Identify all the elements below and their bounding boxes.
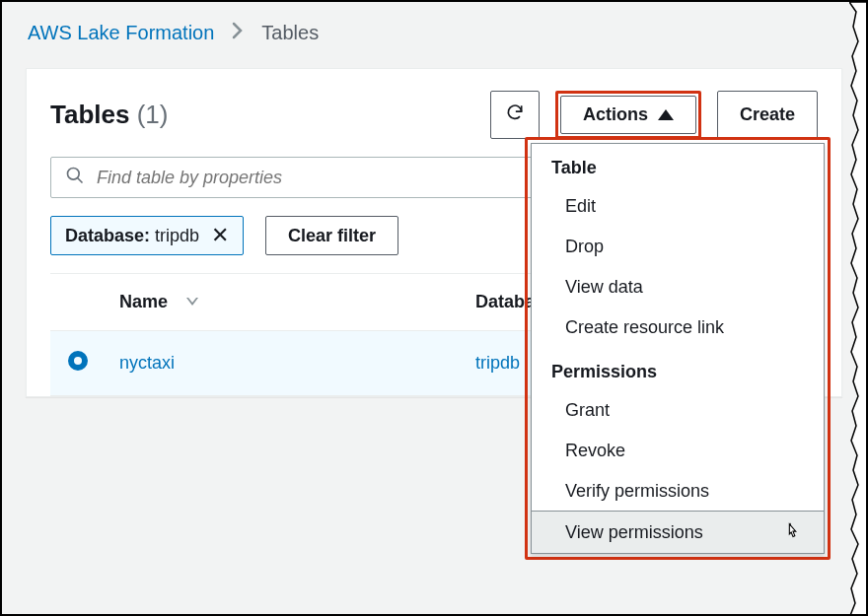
actions-menu-highlight: Table Edit Drop View data Create resourc… (525, 137, 831, 560)
menu-item-edit[interactable]: Edit (532, 186, 824, 227)
svg-line-1 (78, 178, 83, 183)
close-icon[interactable]: ✕ (211, 225, 229, 246)
menu-item-revoke[interactable]: Revoke (532, 431, 824, 471)
search-icon (65, 166, 97, 189)
filter-chip-database[interactable]: Database: tripdb ✕ (50, 216, 244, 255)
refresh-button[interactable] (490, 91, 540, 139)
create-button[interactable]: Create (717, 91, 818, 139)
svg-point-0 (68, 169, 80, 180)
actions-menu: Table Edit Drop View data Create resourc… (531, 143, 825, 554)
chevron-right-icon (232, 22, 244, 44)
menu-item-view-permissions[interactable]: View permissions (531, 511, 825, 554)
menu-item-drop[interactable]: Drop (532, 227, 824, 267)
menu-item-create-resource-link[interactable]: Create resource link (532, 308, 824, 348)
menu-item-verify-permissions[interactable]: Verify permissions (532, 471, 824, 512)
menu-section-permissions: Permissions (532, 348, 824, 390)
breadcrumb-current: Tables (261, 22, 319, 44)
sort-icon (186, 292, 198, 311)
caret-up-icon (658, 109, 674, 120)
clear-filter-button[interactable]: Clear filter (265, 216, 398, 255)
panel-title: Tables (1) (50, 100, 168, 130)
table-name-link[interactable]: nyctaxi (119, 353, 175, 373)
cursor-pointer-icon (782, 521, 804, 543)
column-header-name[interactable]: Name (106, 274, 462, 331)
database-link[interactable]: tripdb (475, 353, 520, 373)
radio-selected-icon[interactable] (68, 351, 88, 371)
menu-item-view-data[interactable]: View data (532, 267, 824, 308)
menu-section-table: Table (532, 144, 824, 186)
breadcrumb-root-link[interactable]: AWS Lake Formation (28, 22, 214, 44)
actions-button[interactable]: Actions (560, 96, 696, 134)
actions-highlight: Actions (555, 91, 701, 139)
refresh-icon (505, 103, 525, 127)
breadcrumbs: AWS Lake Formation Tables (2, 2, 866, 58)
torn-edge-decoration (849, 2, 867, 614)
menu-item-grant[interactable]: Grant (532, 390, 824, 431)
